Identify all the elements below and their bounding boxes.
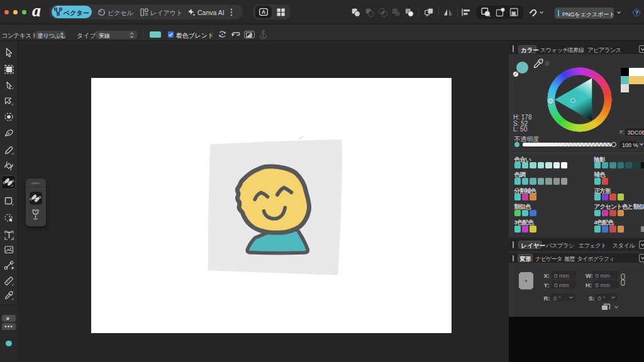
svg-text:A: A	[262, 9, 265, 15]
